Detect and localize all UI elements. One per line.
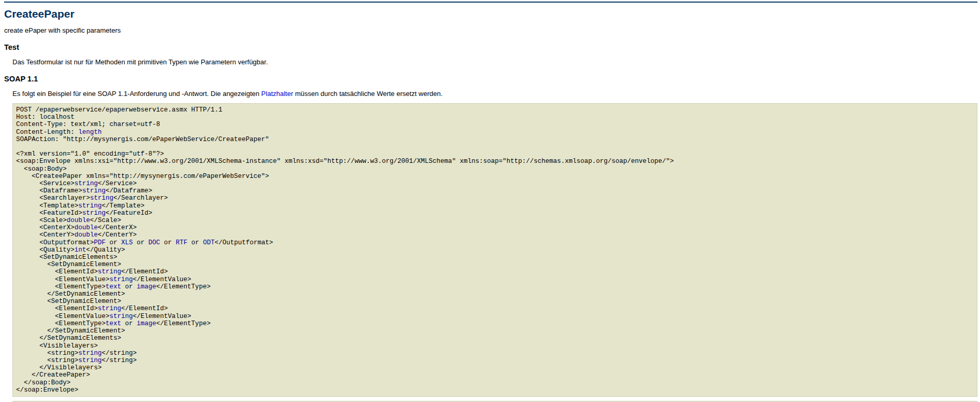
code-text: <ElementValue> <box>16 313 109 320</box>
code-placeholder-value: string <box>109 313 133 320</box>
code-text: </soap:Body> <box>16 379 71 386</box>
code-placeholder-value: string <box>98 305 121 312</box>
code-text: <ElementId> <box>16 268 98 275</box>
code-placeholder-value: DOC <box>148 239 160 246</box>
code-placeholder-value: string <box>90 195 114 202</box>
code-text: </CenterX> <box>98 224 137 231</box>
code-text: </SetDynamicElement> <box>16 290 125 298</box>
code-text: SOAPAction: "http://mysynergis.com/ePape… <box>16 136 269 143</box>
code-text: <Scale> <box>16 217 67 224</box>
soap-request-sample: POST /epaperwebservice/epaperwebservice.… <box>12 103 977 397</box>
method-description: create ePaper with specific parameters <box>4 26 977 34</box>
code-placeholder-value: PDF <box>94 239 106 246</box>
code-text: <ElementId> <box>16 305 98 312</box>
soap11-intro-text-after: müssen durch tatsächliche Werte ersetzt … <box>293 90 443 98</box>
code-text: or <box>106 239 121 246</box>
code-placeholder-value: string <box>98 268 121 275</box>
code-placeholder-value: string <box>78 357 102 364</box>
code-text: POST /epaperwebservice/epaperwebservice.… <box>16 106 223 114</box>
code-placeholder-value: image <box>137 320 157 327</box>
code-text: <FeatureId> <box>16 210 82 217</box>
code-text: </string> <box>102 350 137 357</box>
code-text: <string> <box>16 357 78 364</box>
code-text: </Visiblelayers> <box>16 364 102 371</box>
code-text: </ElementValue> <box>133 313 191 320</box>
code-text: Content-Length: <box>16 129 78 136</box>
section-heading-test: Test <box>4 43 977 51</box>
code-placeholder-value: string <box>75 180 98 187</box>
code-text: <string> <box>16 350 78 357</box>
code-text: </string> <box>102 357 137 364</box>
code-placeholder-value: text <box>106 283 121 290</box>
code-text: </Service> <box>98 180 137 187</box>
code-text: <ElementType> <box>16 283 106 290</box>
code-placeholder-value: string <box>109 276 133 283</box>
soap11-intro: Es folgt ein Beispiel für eine SOAP 1.1-… <box>12 90 977 98</box>
code-text: <SetDynamicElement> <box>16 261 121 268</box>
code-text: <SetDynamicElement> <box>16 298 121 305</box>
code-text: </ElementId> <box>121 305 168 312</box>
code-text: </Scale> <box>90 217 121 224</box>
code-placeholder-value: RTF <box>176 239 188 246</box>
header-divider <box>4 2 977 3</box>
code-text: </Dataframe> <box>106 187 153 195</box>
code-placeholder-value: double <box>75 224 98 231</box>
placeholder-link[interactable]: Platzhalter <box>261 90 293 98</box>
code-text: </SetDynamicElement> <box>16 327 125 335</box>
code-text: <CenterX> <box>16 224 75 231</box>
code-text: </CreateePaper> <box>16 371 90 379</box>
code-text: </soap:Envelope> <box>16 386 78 394</box>
code-text: <soap:Envelope xmlns:xsi="http://www.w3.… <box>16 158 674 165</box>
code-text: <Quality> <box>16 246 75 254</box>
code-text: or <box>133 239 148 246</box>
code-text: </ElementValue> <box>133 276 191 283</box>
code-text: <Dataframe> <box>16 187 82 195</box>
code-placeholder-value: string <box>78 350 102 357</box>
code-text: <?xml version="1.0" encoding="utf-8"?> <box>16 150 164 158</box>
code-text: <Visiblelayers> <box>16 342 98 350</box>
code-text: or <box>121 283 137 290</box>
code-text: </ElementType> <box>156 320 211 327</box>
page-title: CreateePaper <box>4 8 977 20</box>
code-text: <SetDynamicElements> <box>16 254 117 261</box>
code-text: <CreateePaper xmlns="http://mysynergis.c… <box>16 173 269 180</box>
code-placeholder-value: image <box>137 283 157 290</box>
soap11-intro-text-before: Es folgt ein Beispiel für eine SOAP 1.1-… <box>12 90 261 98</box>
code-text: <Outputformat> <box>16 239 94 246</box>
code-text: <Template> <box>16 202 78 210</box>
code-placeholder-value: string <box>82 210 106 217</box>
code-placeholder-value: double <box>75 231 98 239</box>
code-placeholder-value: length <box>78 129 102 136</box>
code-text: or <box>121 320 137 327</box>
code-text: </Template> <box>102 202 145 210</box>
code-text: <ElementValue> <box>16 276 109 283</box>
code-text: </FeatureId> <box>106 210 153 217</box>
code-text: </CenterY> <box>98 231 137 239</box>
code-text: </SetDynamicElements> <box>16 335 121 342</box>
code-placeholder-value: int <box>75 246 87 254</box>
code-text: </ElementType> <box>156 283 211 290</box>
code-text: Content-Type: text/xml; charset=utf-8 <box>16 121 160 128</box>
code-text: </Searchlayer> <box>114 195 168 202</box>
code-text: or <box>187 239 203 246</box>
code-placeholder-value: string <box>82 187 106 195</box>
code-placeholder-value: string <box>78 202 102 210</box>
code-text: <Service> <box>16 180 75 187</box>
code-text: </Outputformat> <box>215 239 273 246</box>
section-heading-soap11: SOAP 1.1 <box>4 75 977 83</box>
code-text: Host: localhost <box>16 114 75 121</box>
code-text: <Searchlayer> <box>16 195 90 202</box>
code-text: <CenterY> <box>16 231 75 239</box>
code-text: </Quality> <box>86 246 125 254</box>
code-placeholder-value: double <box>67 217 90 224</box>
code-text: <ElementType> <box>16 320 106 327</box>
code-placeholder-value: ODT <box>203 239 215 246</box>
code-placeholder-value: XLS <box>121 239 133 246</box>
code-placeholder-value: text <box>106 320 121 327</box>
code-text: or <box>160 239 176 246</box>
code-text: </ElementId> <box>121 268 168 275</box>
test-availability-note: Das Testformular ist nur für Methoden mi… <box>12 58 977 66</box>
code-text: <soap:Body> <box>16 165 67 173</box>
